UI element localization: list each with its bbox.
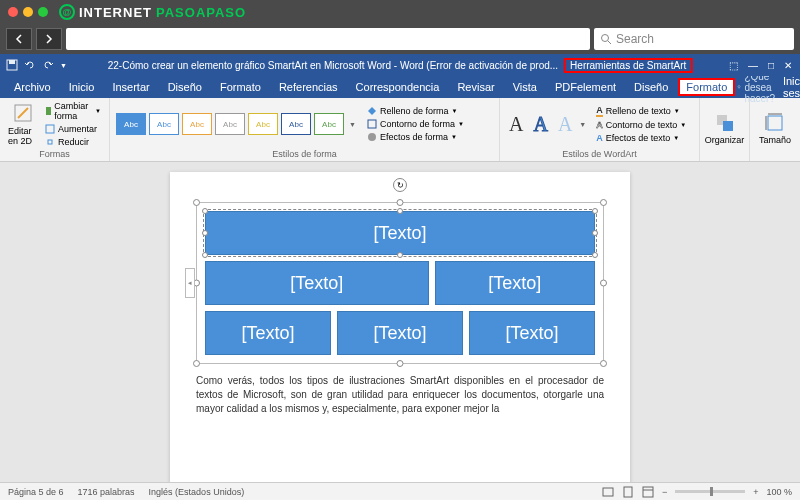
- selection-handle[interactable]: [600, 280, 607, 287]
- shape-style-6[interactable]: Abc: [281, 113, 311, 135]
- smartart-node-4[interactable]: [Texto]: [205, 311, 331, 355]
- shape-style-7[interactable]: Abc: [314, 113, 344, 135]
- svg-rect-8: [46, 107, 51, 115]
- shape-style-4[interactable]: Abc: [215, 113, 245, 135]
- tab-insertar[interactable]: Insertar: [104, 78, 157, 96]
- tab-pdfelement[interactable]: PDFelement: [547, 78, 624, 96]
- wordart-style-2[interactable]: A: [530, 113, 550, 136]
- smartart-node-6[interactable]: [Texto]: [469, 311, 595, 355]
- smartart-node-1[interactable]: [Texto]: [205, 211, 595, 255]
- selection-handle[interactable]: [193, 360, 200, 367]
- zoom-in[interactable]: +: [753, 487, 758, 497]
- document-area: ↻ ◂ [Texto]: [0, 162, 800, 492]
- text-effects-button[interactable]: AEfectos de texto▼: [594, 132, 688, 144]
- svg-rect-3: [9, 60, 15, 64]
- edit-2d-button[interactable]: Editar en 2D: [6, 100, 39, 148]
- size-button[interactable]: Tamaño: [757, 111, 793, 147]
- document-paragraph[interactable]: Como verás, todos los tipos de ilustraci…: [196, 374, 604, 416]
- smartart-node-5[interactable]: [Texto]: [337, 311, 463, 355]
- qat-dropdown-icon[interactable]: ▼: [60, 62, 67, 69]
- tab-diseno[interactable]: Diseño: [160, 78, 210, 96]
- zoom-slider[interactable]: [675, 490, 745, 493]
- page[interactable]: ↻ ◂ [Texto]: [170, 172, 630, 492]
- svg-point-0: [602, 35, 609, 42]
- traffic-light-minimize[interactable]: [23, 7, 33, 17]
- tab-smartart-diseno[interactable]: Diseño: [626, 78, 676, 96]
- back-button[interactable]: [6, 28, 32, 50]
- svg-point-12: [368, 133, 376, 141]
- tab-referencias[interactable]: Referencias: [271, 78, 346, 96]
- minimize-icon[interactable]: —: [748, 60, 758, 71]
- selection-handle[interactable]: [600, 360, 607, 367]
- url-bar[interactable]: [66, 28, 590, 50]
- selection-handle[interactable]: [397, 360, 404, 367]
- smartart-graphic[interactable]: ◂ [Texto] [Texto] [Texto] [Texto] [Tex: [196, 202, 604, 364]
- sign-in-link[interactable]: Iniciar sesión: [783, 75, 800, 99]
- change-shape-button[interactable]: Cambiar forma▼: [43, 100, 103, 122]
- shape-fill-button[interactable]: Relleno de forma▼: [365, 105, 466, 117]
- selection-handle[interactable]: [397, 199, 404, 206]
- browser-nav: Search: [0, 24, 800, 54]
- selection-handle[interactable]: [600, 199, 607, 206]
- text-fill-button[interactable]: ARelleno de texto▼: [594, 104, 688, 118]
- language-indicator[interactable]: Inglés (Estados Unidos): [149, 487, 245, 497]
- smaller-button[interactable]: Reducir: [43, 136, 103, 148]
- wordart-more[interactable]: ▼: [579, 121, 586, 128]
- undo-icon[interactable]: [24, 59, 36, 71]
- tab-correspondencia[interactable]: Correspondencia: [348, 78, 448, 96]
- tab-smartart-formato[interactable]: Formato: [678, 78, 735, 96]
- read-mode-icon[interactable]: [602, 486, 614, 498]
- ribbon-tabs: Archivo Inicio Insertar Diseño Formato R…: [0, 76, 800, 98]
- traffic-light-close[interactable]: [8, 7, 18, 17]
- word-count[interactable]: 1716 palabras: [78, 487, 135, 497]
- smartart-node-2[interactable]: [Texto]: [205, 261, 429, 305]
- ribbon-options-icon[interactable]: ⬚: [729, 60, 738, 71]
- larger-button[interactable]: Aumentar: [43, 123, 103, 135]
- word-titlebar: ▼ 22-Cómo crear un elemento gráfico Smar…: [0, 54, 800, 76]
- effects-icon: [367, 132, 377, 142]
- tab-revisar[interactable]: Revisar: [449, 78, 502, 96]
- arrange-icon: [715, 113, 735, 133]
- wordart-style-1[interactable]: A: [506, 113, 526, 136]
- window-controls: ⬚ — □ ✕: [721, 60, 800, 71]
- search-box[interactable]: Search: [594, 28, 794, 50]
- print-layout-icon[interactable]: [622, 486, 634, 498]
- quick-access-toolbar: ▼: [0, 59, 73, 71]
- svg-point-4: [738, 86, 740, 88]
- search-placeholder: Search: [616, 32, 654, 46]
- page-number[interactable]: Página 5 de 6: [8, 487, 64, 497]
- svg-rect-15: [768, 116, 782, 130]
- wordart-style-3[interactable]: A: [555, 113, 575, 136]
- logo-text-1: INTERNET: [79, 5, 152, 20]
- browser-titlebar: @ INTERNETPASOAPASO: [0, 0, 800, 24]
- zoom-out[interactable]: −: [662, 487, 667, 497]
- maximize-icon[interactable]: □: [768, 60, 774, 71]
- text-fill-icon: A: [596, 105, 603, 117]
- tab-vista[interactable]: Vista: [505, 78, 545, 96]
- rotate-handle[interactable]: ↻: [393, 178, 407, 192]
- tab-archivo[interactable]: Archivo: [6, 78, 59, 96]
- smartart-node-3[interactable]: [Texto]: [435, 261, 595, 305]
- tab-formato[interactable]: Formato: [212, 78, 269, 96]
- selection-handle[interactable]: [193, 199, 200, 206]
- forward-button[interactable]: [36, 28, 62, 50]
- shape-outline-button[interactable]: Contorno de forma▼: [365, 118, 466, 130]
- arrange-button[interactable]: Organizar: [703, 111, 747, 147]
- web-layout-icon[interactable]: [642, 486, 654, 498]
- text-pane-toggle[interactable]: ◂: [185, 268, 195, 298]
- shape-style-2[interactable]: Abc: [149, 113, 179, 135]
- save-icon[interactable]: [6, 59, 18, 71]
- traffic-light-maximize[interactable]: [38, 7, 48, 17]
- larger-icon: [45, 124, 55, 134]
- zoom-level[interactable]: 100 %: [766, 487, 792, 497]
- shape-style-5[interactable]: Abc: [248, 113, 278, 135]
- shape-style-3[interactable]: Abc: [182, 113, 212, 135]
- tab-inicio[interactable]: Inicio: [61, 78, 103, 96]
- shape-effects-button[interactable]: Efectos de forma▼: [365, 131, 466, 143]
- redo-icon[interactable]: [42, 59, 54, 71]
- svg-rect-10: [48, 140, 52, 144]
- text-outline-button[interactable]: AContorno de texto▼: [594, 119, 688, 131]
- shape-style-1[interactable]: Abc: [116, 113, 146, 135]
- shape-styles-more[interactable]: ▼: [347, 119, 358, 130]
- close-icon[interactable]: ✕: [784, 60, 792, 71]
